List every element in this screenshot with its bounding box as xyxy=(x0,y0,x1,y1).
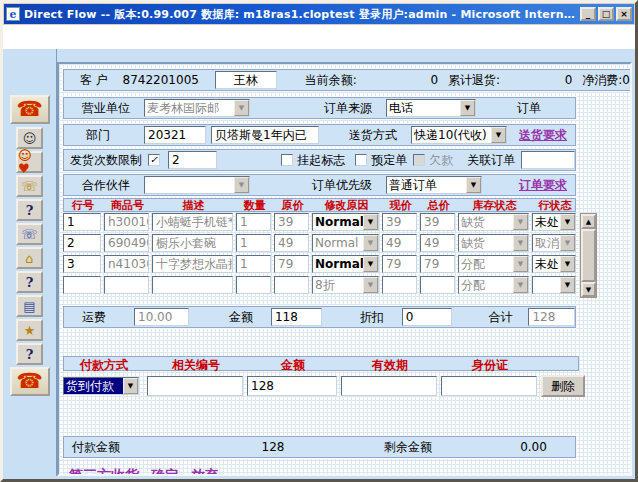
ship-limit-checkbox[interactable]: ✓ xyxy=(148,154,160,166)
customer-face-icon[interactable]: ☺ xyxy=(16,127,43,149)
qty-field[interactable]: 1 xyxy=(236,234,271,252)
maximize-button[interactable]: □ xyxy=(598,7,614,21)
business-unit-label: 营业单位 xyxy=(82,100,144,117)
line-status-select[interactable]: ▼ xyxy=(532,276,576,294)
description-field[interactable]: 小蜻蜓手机链* xyxy=(152,213,233,231)
total-price-field[interactable]: 49 xyxy=(420,234,455,252)
phone-call-bottom-icon[interactable]: ☎ xyxy=(10,367,50,396)
stock-status-select[interactable]: 缺货▼ xyxy=(458,213,529,231)
line-no-field[interactable]: 1 xyxy=(63,213,101,231)
total-price-field[interactable]: 79 xyxy=(420,255,455,273)
delete-button[interactable]: 删除 xyxy=(541,375,585,397)
customer-label: 客 户 xyxy=(80,72,123,89)
modify-reason-select[interactable]: 8折▼ xyxy=(312,276,379,294)
ship-limit-field[interactable]: 2 xyxy=(168,151,217,169)
qty-field[interactable] xyxy=(236,276,271,294)
related-no-field[interactable] xyxy=(147,376,243,396)
cur-price-field[interactable]: 39 xyxy=(382,213,417,231)
line-status-select[interactable]: 取消▼ xyxy=(532,234,576,252)
minimize-button[interactable]: _ xyxy=(580,7,596,21)
line-status-select[interactable]: 未处▼ xyxy=(532,213,576,231)
line-status-select[interactable]: 未处▼ xyxy=(532,255,576,273)
related-order-field[interactable] xyxy=(521,151,575,169)
sparkle-icon[interactable]: ★ xyxy=(16,319,43,341)
hand-question-icon[interactable]: ? xyxy=(16,271,43,293)
customer-id: 8742201005 xyxy=(123,73,215,87)
phone-dial-icon[interactable]: ☏ xyxy=(16,223,43,245)
modify-reason-select[interactable]: Normal▼ xyxy=(312,213,379,231)
cur-price-field[interactable] xyxy=(382,276,417,294)
scroll-up-button[interactable]: ▲ xyxy=(581,214,596,229)
partner-select[interactable]: ▼ xyxy=(144,176,250,194)
line-no-field[interactable]: 2 xyxy=(63,234,101,252)
line-no-field[interactable] xyxy=(63,276,101,294)
freight-field[interactable]: 10.00 xyxy=(134,308,189,326)
description-field[interactable]: 十字梦想水晶挂( xyxy=(152,255,233,273)
phone-call-icon[interactable]: ☎ xyxy=(10,95,50,124)
stock-status-select[interactable]: 缺货▼ xyxy=(458,234,529,252)
orig-price-field[interactable]: 79 xyxy=(274,255,309,273)
scrollbar-thumb[interactable] xyxy=(581,229,596,282)
abandon-link[interactable]: 放弃 xyxy=(191,467,219,476)
home-icon[interactable]: ⌂ xyxy=(16,247,43,269)
modify-reason-select[interactable]: Normal▼ xyxy=(312,234,379,252)
chevron-down-icon: ▼ xyxy=(560,214,575,230)
close-button[interactable]: × xyxy=(616,7,632,21)
sku-field[interactable]: 690490-1 xyxy=(104,234,149,252)
valid-until-field[interactable] xyxy=(341,376,437,396)
priority-select[interactable]: 普通订单 ▼ xyxy=(386,176,482,194)
line-no-field[interactable]: 3 xyxy=(63,255,101,273)
total-price-field[interactable] xyxy=(420,276,455,294)
chevron-down-icon: ▼ xyxy=(363,214,378,230)
sku-field[interactable]: h30010-1 xyxy=(104,213,149,231)
help-icon[interactable]: ? xyxy=(16,343,43,365)
delivery-method-select[interactable]: 快递10(代收) ▼ xyxy=(411,126,507,144)
orig-price-field[interactable]: 49 xyxy=(274,234,309,252)
third-party-receive-link[interactable]: 第三方收货 xyxy=(69,467,139,476)
partner-label: 合作伙伴 xyxy=(82,177,144,194)
cur-price-field[interactable]: 49 xyxy=(382,234,417,252)
customer-favorite-icon[interactable]: ☺♥ xyxy=(16,151,43,173)
hand-receiver-icon[interactable]: ☏ xyxy=(16,175,43,197)
preorder-checkbox[interactable] xyxy=(355,154,367,166)
order-requirements-link[interactable]: 订单要求 xyxy=(519,177,567,194)
stock-status-select[interactable]: 分配▼ xyxy=(458,276,529,294)
hold-flag-checkbox[interactable] xyxy=(281,154,293,166)
cur-price-field[interactable]: 79 xyxy=(382,255,417,273)
net-spend-label: 净消费: xyxy=(582,72,622,89)
chevron-down-icon: ▼ xyxy=(513,214,528,230)
sku-field[interactable]: n41030-1 xyxy=(104,255,149,273)
business-unit-select[interactable]: 麦考林国际邮 ▼ xyxy=(144,99,250,117)
orig-price-field[interactable]: 39 xyxy=(274,213,309,231)
department-code-field[interactable]: 20321 xyxy=(144,126,206,144)
qty-field[interactable]: 1 xyxy=(236,213,271,231)
orig-price-field[interactable] xyxy=(274,276,309,294)
order-source-select[interactable]: 电话 ▼ xyxy=(386,99,476,117)
id-card-field[interactable] xyxy=(441,376,537,396)
chevron-down-icon: ▼ xyxy=(513,256,528,272)
gift-inquiry-icon[interactable]: ? xyxy=(16,199,43,221)
department-name-field[interactable]: 贝塔斯曼1年内已 xyxy=(211,126,319,144)
modify-reason-select[interactable]: Normal▼ xyxy=(312,255,379,273)
amount-field[interactable]: 118 xyxy=(271,308,322,326)
total-price-field[interactable]: 39 xyxy=(420,213,455,231)
chevron-down-icon: ▼ xyxy=(363,256,378,272)
qty-field[interactable]: 1 xyxy=(236,255,271,273)
notes-icon[interactable]: ▤ xyxy=(16,295,43,317)
total-field[interactable]: 128 xyxy=(528,308,575,326)
scroll-down-button[interactable]: ▼ xyxy=(581,282,596,297)
description-field[interactable]: 橱乐小套碗 xyxy=(152,234,233,252)
delivery-requirements-link[interactable]: 送货要求 xyxy=(519,127,567,144)
discount-field[interactable]: 0 xyxy=(402,308,453,326)
customer-name-field[interactable]: 王林 xyxy=(215,71,277,89)
description-field[interactable] xyxy=(152,276,233,294)
payment-amount-field[interactable]: 128 xyxy=(247,376,337,396)
confirm-link[interactable]: 确定 xyxy=(151,467,179,476)
table-scrollbar[interactable]: ▲ ▼ xyxy=(580,213,597,298)
order-form: 客 户 8742201005 王林 当前余额: 0 累计退货: 0 净消费: 0… xyxy=(57,62,632,476)
sku-field[interactable] xyxy=(104,276,149,294)
payment-method-select[interactable]: 货到付款 ▼ xyxy=(63,377,139,395)
stock-status-select[interactable]: 分配▼ xyxy=(458,255,529,273)
business-unit-bar: 营业单位 麦考林国际邮 ▼ 订单来源 电话 ▼ 订单 xyxy=(63,97,576,119)
chevron-down-icon: ▼ xyxy=(560,235,575,251)
